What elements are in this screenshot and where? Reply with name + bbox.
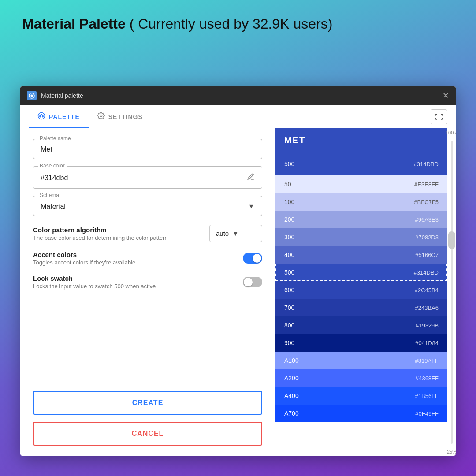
base-color-input[interactable]	[41, 174, 247, 182]
page-title-bar: Material Palette ( Currently used by 32.…	[0, 0, 476, 41]
swatch-hex: #041D84	[415, 340, 439, 346]
color-picker-icon[interactable]	[247, 173, 255, 183]
accent-colors-toggle[interactable]	[243, 253, 262, 264]
scrollbar-thumb[interactable]	[448, 231, 455, 249]
accent-colors-info: Accent colors Toggles accent colors if t…	[33, 251, 236, 266]
swatch-hex: #2C45B4	[415, 287, 439, 294]
lock-swatch-row: Lock swatch Locks the input value to swa…	[33, 275, 262, 290]
accent-colors-row: Accent colors Toggles accent colors if t…	[33, 251, 262, 266]
swatch-row[interactable]: 600#2C45B4	[275, 281, 447, 299]
swatch-label: 800	[284, 322, 416, 329]
schema-select[interactable]: Material	[41, 203, 248, 210]
swatch-label: 200	[284, 216, 415, 223]
swatch-row[interactable]: A400#1B56FF	[275, 387, 447, 405]
swatch-row[interactable]: 800#19329B	[275, 316, 447, 334]
create-button[interactable]: CREATE	[33, 391, 262, 415]
screenshot-button[interactable]	[431, 109, 447, 124]
settings-tab-icon	[97, 112, 105, 121]
tab-palette-label: PALETTE	[49, 113, 80, 120]
swatch-label: A400	[284, 392, 415, 399]
swatch-label: A200	[284, 375, 416, 382]
color-pattern-title: Color pattern algorithm	[33, 226, 202, 234]
color-pattern-desc: The base color used for determining the …	[33, 234, 202, 241]
base-color-label: Base color	[38, 163, 67, 169]
app-icon	[27, 91, 37, 100]
swatch-row[interactable]: A100#819AFF	[275, 352, 447, 369]
palette-display: MET 500#314DBD50#E3E8FF100#BFC7F5200#96A…	[275, 128, 447, 456]
base-color-field: Base color	[33, 166, 262, 189]
swatch-label: 600	[284, 286, 415, 294]
swatch-row[interactable]: A200#4368FF	[275, 369, 447, 387]
swatch-label: 400	[284, 251, 415, 258]
svg-point-2	[38, 112, 45, 119]
algo-select-button[interactable]: auto ▼	[209, 225, 262, 242]
swatch-label: 500	[284, 160, 414, 167]
tab-palette[interactable]: PALETTE	[29, 105, 89, 128]
swatch-hex: #314DBD	[414, 269, 439, 276]
dialog: Material palette ✕ PALETTE	[20, 86, 456, 456]
swatch-hex: #0F49FF	[415, 410, 439, 417]
swatch-label: 700	[284, 304, 415, 311]
svg-point-4	[41, 114, 42, 115]
palette-name-input[interactable]	[41, 145, 255, 153]
svg-point-5	[42, 115, 43, 115]
swatch-row[interactable]: 900#041D84	[275, 334, 447, 352]
schema-label: Schema	[38, 192, 61, 198]
lock-swatch-control[interactable]	[243, 277, 262, 287]
palette-header: MET	[275, 128, 447, 152]
swatch-hex: #96A3E3	[415, 216, 439, 223]
scroll-track: 100% 25%	[447, 128, 456, 456]
swatch-row[interactable]: 400#5166C7	[275, 246, 447, 264]
swatch-label: A100	[284, 357, 415, 364]
scroll-label-bottom: 25%	[447, 449, 456, 454]
accent-colors-desc: Toggles accent colors if they're availab…	[33, 259, 236, 266]
swatch-hex: #19329B	[416, 322, 439, 329]
swatch-hex: #1B56FF	[415, 393, 439, 399]
swatch-row[interactable]: 100#BFC7F5	[275, 193, 447, 211]
settings-section: Color pattern algorithm The base color u…	[33, 225, 262, 290]
svg-point-7	[40, 116, 41, 117]
swatch-hex: #E3E8FF	[414, 181, 439, 188]
swatch-row[interactable]: 50#E3E8FF	[275, 175, 447, 193]
dialog-title: Material palette	[41, 92, 443, 99]
toggle-knob-lock	[244, 278, 253, 286]
close-button[interactable]: ✕	[443, 92, 449, 100]
title-bar: Material palette ✕	[20, 86, 456, 105]
algo-select-arrow: ▼	[232, 230, 238, 237]
tabs-bar: PALETTE SETTINGS	[20, 105, 456, 128]
algo-select-value: auto	[216, 230, 229, 237]
accent-colors-title: Accent colors	[33, 251, 236, 258]
left-panel: Palette name Base color	[20, 128, 275, 456]
swatch-row[interactable]: 500#314DBD	[275, 264, 447, 281]
schema-select-arrow: ▼	[248, 202, 255, 210]
accent-colors-control[interactable]	[243, 253, 262, 264]
swatch-hex: #5166C7	[415, 252, 439, 258]
swatch-row[interactable]: 200#96A3E3	[275, 211, 447, 228]
svg-point-6	[42, 116, 43, 117]
tab-settings[interactable]: SETTINGS	[89, 105, 152, 128]
lock-swatch-title: Lock swatch	[33, 275, 236, 282]
palette-name-label: Palette name	[38, 135, 73, 141]
cancel-button[interactable]: CANCEL	[33, 422, 262, 446]
swatch-hex: #243BA6	[415, 305, 439, 311]
swatch-label: 500	[284, 269, 414, 276]
swatch-label: 100	[284, 198, 414, 205]
color-pattern-row: Color pattern algorithm The base color u…	[33, 225, 262, 242]
lock-swatch-toggle[interactable]	[243, 277, 262, 287]
swatch-hex: #7082D3	[415, 234, 439, 241]
swatch-row[interactable]: 500#314DBD	[275, 152, 447, 175]
tab-settings-label: SETTINGS	[108, 113, 143, 120]
swatch-row[interactable]: 700#243BA6	[275, 299, 447, 316]
swatch-label: 300	[284, 234, 415, 241]
page-title: Material Palette ( Currently used by 32.…	[22, 16, 332, 32]
svg-point-1	[31, 95, 33, 97]
swatch-row[interactable]: A700#0F49FF	[275, 405, 447, 422]
palette-swatches: 500#314DBD50#E3E8FF100#BFC7F5200#96A3E33…	[275, 152, 447, 456]
swatch-label: 50	[284, 181, 414, 188]
lock-swatch-info: Lock swatch Locks the input value to swa…	[33, 275, 236, 290]
svg-point-8	[100, 115, 102, 116]
swatch-label: A700	[284, 410, 415, 417]
palette-name-field: Palette name	[33, 139, 262, 159]
swatch-row[interactable]: 300#7082D3	[275, 228, 447, 246]
scrollbar-track[interactable]	[451, 141, 453, 444]
